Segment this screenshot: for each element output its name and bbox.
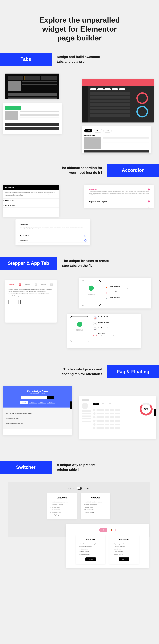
feature-list-2: Rapidiously actualize enterprise Compell…	[84, 501, 107, 514]
stepper-preview: ACCOUNT01 PROFILE02 DETAILS03 Intrinsicl…	[5, 280, 57, 323]
price-card-1: WINDOWS Rapidiously actualize enterprise…	[47, 494, 77, 520]
step2-android[interactable]: Install on Android	[98, 327, 138, 328]
stepper-label: Stepper & App Tab	[0, 257, 57, 270]
step-mac[interactable]: Install on Mac OS	[110, 286, 149, 287]
tab-pill-2[interactable]: • TAB	[94, 129, 102, 132]
acc-dark-body: Lorem ipsum dolor sit amet, consectetur …	[3, 190, 59, 198]
plus-icon[interactable]	[148, 200, 150, 202]
accordion-section: The ultimate accordion for your need jus…	[0, 164, 159, 246]
phone-mockup: Congratulations sample random somtext	[82, 280, 101, 306]
switcher-section: Switcher A unique way to present pricing…	[0, 461, 159, 569]
switcher-preview-2: ⊞ 🍎 WINDOWS Rapidiously actualize enterp…	[66, 524, 149, 568]
stepper-desc: The unique features to create step tabs …	[62, 258, 111, 268]
dash-tab-3[interactable]: Lorem	[107, 403, 113, 405]
step2-music[interactable]: Enjoy Music	[98, 333, 138, 334]
step-windows[interactable]: Install on Windows	[110, 291, 149, 292]
phone-mockup-2: Congratulations sample random somtext	[70, 316, 89, 342]
acc-pink-body: Lorem ipsum dolor sit amet, consectetur …	[89, 191, 149, 196]
toggle-switch[interactable]	[77, 487, 82, 490]
kb-tab-product[interactable]: PRODUCT	[47, 401, 55, 404]
donut-chart: 79%	[140, 403, 152, 416]
acc-dark-item2[interactable]: DOLOR SIT AM...	[5, 205, 15, 206]
step-tab-details[interactable]: DETAILS	[41, 284, 46, 286]
android-icon: 🤖	[93, 327, 97, 331]
windows-icon: ⊞	[93, 322, 97, 325]
pill-windows[interactable]: ⊞	[99, 528, 107, 532]
floating-tab-2[interactable]	[154, 409, 156, 416]
tabs-preview-dark	[5, 74, 59, 99]
signup-button-2[interactable]: Sign Up	[119, 558, 129, 561]
kb-question-2[interactable]: Lorem ipsum dolor amet?	[6, 416, 69, 421]
windows-icon: ⊞	[105, 291, 108, 295]
chevron-down-icon[interactable]: ⌄	[84, 240, 86, 242]
toggle-month[interactable]: MONTH	[68, 488, 75, 489]
apple-icon: 🍎	[93, 316, 97, 320]
step2-mac[interactable]: Install on Mac OS	[98, 316, 138, 318]
dash-tab-1[interactable]: Lorem	[93, 403, 99, 405]
hero-section: Explore the unparalled widget for Elemen…	[0, 0, 159, 53]
tab-pill-1[interactable]: • TAB	[84, 129, 92, 132]
acc-dark-item1[interactable]: REPELLAT SIT A...	[5, 200, 16, 202]
floating-tab[interactable]	[70, 402, 72, 409]
tabs-label: Tabs	[0, 53, 52, 66]
stepper-section: Stepper & App Tab The unique features to…	[0, 257, 159, 355]
faq-section: The knowledgebase and floating tab for a…	[0, 365, 159, 450]
search-input[interactable]	[21, 396, 47, 399]
dashboard-preview-2: Lorem Lorem Lorem Last Activities	[79, 396, 156, 439]
step2-windows[interactable]: Install on Windows	[98, 322, 138, 323]
next-button[interactable]: NEXT	[20, 300, 30, 304]
kb-subtitle: FREQUENTLY ASKED QUESTIONS	[7, 393, 68, 394]
app-tab-preview-1: Congratulations sample random somtext 🍎I…	[79, 278, 151, 308]
avatar	[82, 403, 88, 409]
accordion-desc: The ultimate accordion for your need jus…	[53, 166, 102, 175]
accordion-label: Accordion	[107, 164, 159, 177]
music-icon: ♪	[93, 333, 97, 336]
signup-button-1[interactable]: Sign Up	[85, 558, 96, 561]
faq-desc: The knowledgebase and floating tab for a…	[53, 367, 102, 376]
pill-apple[interactable]: 🍎	[107, 528, 116, 532]
kb-question-1[interactable]: Where can I find the tracking number of …	[6, 411, 69, 416]
hero-line3: page builder	[57, 34, 102, 42]
price-card-4: WINDOWS Rapidiously actualize enterprise…	[109, 535, 139, 564]
acc-blue-item1[interactable]: Repellat Sith Allysid	[20, 235, 31, 236]
awesome-tab-title: AWESOME TAB	[84, 134, 149, 136]
tabs-preview-dashboard	[82, 79, 154, 122]
toggle-year[interactable]: YEAR	[84, 488, 89, 489]
apple-icon: 🍎	[105, 286, 108, 289]
logo	[82, 399, 89, 401]
switcher-desc: A unique way to present pricing table !	[57, 462, 106, 472]
acc-blue-body: dolor sit amet, consectetur adipiscing e…	[20, 226, 86, 230]
kb-tab-delivery[interactable]: DELIVERY	[38, 401, 46, 404]
tab-pill-3[interactable]: • TAB	[103, 129, 112, 132]
step-tab-profile[interactable]: PROFILE	[25, 284, 30, 286]
dash-tab-2[interactable]: Lorem	[100, 403, 106, 405]
prev-button[interactable]: PREV	[9, 300, 19, 304]
acc-pink-title[interactable]: Lorem Ipsum	[89, 188, 149, 190]
search-button[interactable]	[47, 396, 54, 399]
acc-pink-item2[interactable]: Dolor sit Amet	[89, 208, 102, 208]
acc-blue-title[interactable]: Lorem Ipsum	[20, 224, 86, 226]
knowledgebase-preview: Knowledge Base FREQUENTLY ASKED QUESTION…	[3, 386, 72, 435]
step-tab-account[interactable]: ACCOUNT	[9, 284, 14, 286]
price-title-2: WINDOWS	[84, 497, 107, 499]
acc-blue-item2[interactable]: Dolor sit Amet	[20, 240, 28, 241]
hero-line1: Explore the unparalled	[39, 16, 120, 24]
plus-icon[interactable]	[148, 208, 150, 208]
phone-sub: sample random somtext	[84, 294, 99, 295]
kb-question-3[interactable]: Can you send me an invoice for...	[6, 421, 69, 426]
faq-label: Faq & Floating	[107, 365, 159, 378]
feature-list-1: Rapidiously actualize enterprise Compell…	[50, 501, 74, 516]
hero-heading: Explore the unparalled widget for Elemen…	[13, 16, 146, 42]
price-card-2: WINDOWS Rapidiously actualize enterprise…	[81, 494, 110, 520]
price-card-3: WINDOWS Rapidiously actualize enterprise…	[76, 535, 105, 564]
step-android[interactable]: Install on Android	[110, 297, 149, 298]
chevron-down-icon[interactable]: ⌄	[84, 235, 86, 237]
acc-pink-item1[interactable]: Repellat Sith Allysid	[89, 200, 107, 202]
acc-dark-title: LOREM IPSUM	[5, 186, 15, 188]
kb-tab-account[interactable]: ACCOUNT	[20, 401, 28, 404]
minus-icon[interactable]	[148, 188, 150, 190]
accordion-preview-dark: LOREM IPSUM Lorem ipsum dolor sit amet, …	[3, 184, 59, 217]
kb-tab-payment[interactable]: PAYMENT	[29, 401, 37, 404]
tabs-desc: Design and build awesome tabs and be a p…	[57, 54, 106, 64]
phone-title: Congratulations	[84, 293, 99, 294]
